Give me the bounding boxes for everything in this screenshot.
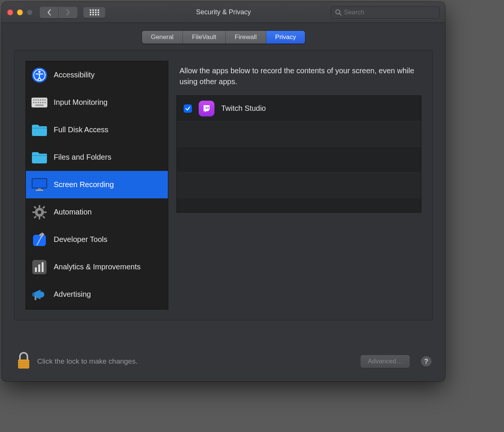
svg-rect-57 xyxy=(208,107,208,109)
app-row-empty xyxy=(177,147,421,172)
svg-rect-30 xyxy=(35,104,44,106)
show-all-button[interactable] xyxy=(83,7,106,18)
advanced-button[interactable]: Advanced… xyxy=(361,355,410,368)
gear-icon xyxy=(31,204,48,221)
sidebar-item-full-disk-access[interactable]: Full Disk Access xyxy=(26,116,168,143)
lock-message: Click the lock to make changes. xyxy=(37,357,137,366)
svg-rect-31 xyxy=(32,128,47,128)
sidebar-item-advertising[interactable]: Advertising xyxy=(26,281,168,308)
app-name: Twitch Studio xyxy=(221,104,266,113)
twitch-icon xyxy=(199,101,214,116)
sidebar-item-label: Automation xyxy=(54,208,92,216)
sidebar-item-developer-tools[interactable]: Developer Tools xyxy=(26,226,168,253)
zoom-button-disabled xyxy=(27,9,33,15)
grid-icon xyxy=(89,9,99,16)
close-button[interactable] xyxy=(7,9,13,15)
lock-button[interactable] xyxy=(16,351,31,372)
tab-filevault[interactable]: FileVault xyxy=(183,31,226,44)
sidebar-item-automation[interactable]: Automation xyxy=(26,198,168,226)
forward-button[interactable] xyxy=(59,7,77,18)
svg-rect-51 xyxy=(38,264,40,272)
svg-line-13 xyxy=(340,14,341,15)
app-row-empty xyxy=(177,172,421,198)
svg-point-16 xyxy=(38,71,41,73)
tab-firewall[interactable]: Firewall xyxy=(226,31,266,44)
tab-bar: General FileVault Firewall Privacy xyxy=(2,23,445,50)
window-controls xyxy=(7,9,33,15)
svg-rect-10 xyxy=(95,14,97,15)
svg-rect-9 xyxy=(92,14,94,15)
svg-rect-36 xyxy=(36,190,43,191)
back-button[interactable] xyxy=(40,7,59,18)
svg-rect-21 xyxy=(40,99,41,101)
hammer-icon xyxy=(31,231,48,248)
svg-rect-7 xyxy=(98,12,99,13)
sidebar-item-label: Files and Folders xyxy=(54,153,111,162)
lock-icon xyxy=(16,351,31,370)
folder-icon xyxy=(31,122,48,138)
svg-rect-23 xyxy=(44,99,46,101)
svg-rect-56 xyxy=(206,107,207,109)
detail-description: Allow the apps below to record the conte… xyxy=(177,61,421,95)
display-icon xyxy=(31,177,48,193)
help-button[interactable]: ? xyxy=(421,356,432,367)
sidebar-item-label: Analytics & Improvements xyxy=(54,263,140,271)
sidebar-item-input-monitoring[interactable]: Input Monitoring xyxy=(26,89,168,116)
search-input[interactable] xyxy=(344,9,436,16)
sidebar-item-label: Full Disk Access xyxy=(54,125,109,134)
checkmark-icon xyxy=(185,106,190,111)
svg-rect-11 xyxy=(98,14,99,15)
tab-general[interactable]: General xyxy=(142,31,183,44)
svg-rect-38 xyxy=(39,205,40,208)
search-field[interactable] xyxy=(331,6,440,18)
svg-rect-5 xyxy=(92,12,94,13)
svg-rect-35 xyxy=(38,188,41,190)
svg-rect-20 xyxy=(38,99,39,101)
app-row[interactable]: Twitch Studio xyxy=(177,96,421,121)
svg-rect-55 xyxy=(35,296,36,300)
svg-rect-8 xyxy=(90,14,91,15)
svg-point-54 xyxy=(38,292,44,298)
svg-rect-53 xyxy=(32,293,35,296)
svg-rect-18 xyxy=(33,99,35,101)
app-checkbox[interactable] xyxy=(184,104,192,113)
footer: Click the lock to make changes. Advanced… xyxy=(2,343,445,381)
svg-rect-34 xyxy=(33,179,46,187)
svg-rect-52 xyxy=(42,262,44,272)
megaphone-icon xyxy=(31,286,48,303)
search-icon xyxy=(335,9,342,16)
minimize-button[interactable] xyxy=(17,9,23,15)
keyboard-icon xyxy=(31,94,48,111)
svg-rect-29 xyxy=(44,102,46,103)
sidebar-item-label: Input Monitoring xyxy=(54,98,107,107)
svg-rect-32 xyxy=(32,155,47,156)
allowed-apps-list[interactable]: Twitch Studio xyxy=(177,95,421,213)
svg-rect-4 xyxy=(90,12,91,13)
sidebar-item-label: Advertising xyxy=(54,290,91,299)
preferences-window: Security & Privacy General FileVault Fir… xyxy=(2,2,445,381)
chevron-right-icon xyxy=(65,9,71,16)
sidebar-item-screen-recording[interactable]: Screen Recording xyxy=(26,171,168,198)
nav-buttons xyxy=(39,6,78,18)
svg-rect-2 xyxy=(95,9,97,11)
svg-rect-39 xyxy=(39,216,40,219)
sidebar-item-analytics[interactable]: Analytics & Improvements xyxy=(26,253,168,281)
privacy-panel: Accessibility Input Monitoring Full Disk… xyxy=(14,50,433,320)
svg-rect-25 xyxy=(35,102,37,103)
svg-rect-3 xyxy=(98,9,99,11)
svg-rect-28 xyxy=(42,102,44,103)
svg-rect-6 xyxy=(95,12,97,13)
chart-icon xyxy=(31,259,48,275)
svg-rect-44 xyxy=(34,216,37,219)
svg-point-46 xyxy=(38,210,41,214)
chevron-left-icon xyxy=(47,9,52,16)
titlebar: Security & Privacy xyxy=(2,2,445,23)
tab-privacy[interactable]: Privacy xyxy=(266,31,305,44)
privacy-category-list[interactable]: Accessibility Input Monitoring Full Disk… xyxy=(26,61,168,310)
svg-rect-0 xyxy=(90,9,91,11)
svg-rect-26 xyxy=(38,102,39,103)
svg-rect-19 xyxy=(35,99,37,101)
svg-rect-40 xyxy=(32,211,35,213)
sidebar-item-files-and-folders[interactable]: Files and Folders xyxy=(26,143,168,171)
sidebar-item-accessibility[interactable]: Accessibility xyxy=(26,61,168,89)
